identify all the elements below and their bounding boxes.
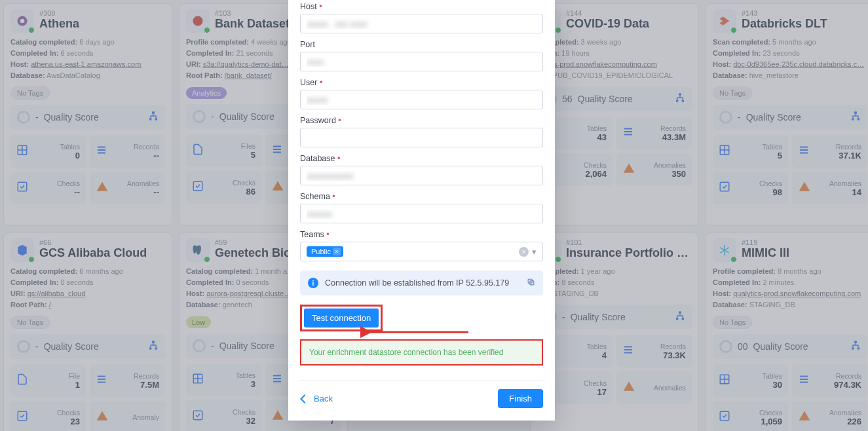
password-input[interactable] [300,128,543,147]
port-label: Port [300,40,543,49]
ip-info-banner: i Connection will be established from IP… [300,271,543,295]
back-button[interactable]: Back [300,394,333,403]
user-label: User [300,78,543,87]
callout-arrow [360,326,472,339]
chip-remove-icon[interactable]: × [333,248,341,255]
password-label: Password [300,116,543,125]
teams-select[interactable]: Public× ×▾ [300,242,543,261]
test-connection-button[interactable]: Test connection [304,309,379,328]
team-chip[interactable]: Public× [307,246,343,257]
finish-button[interactable]: Finish [498,389,543,408]
database-input[interactable] [300,166,543,185]
copy-icon[interactable] [527,278,535,288]
host-label: Host [300,2,543,11]
database-label: Database [300,154,543,163]
port-input[interactable] [300,52,543,71]
schema-input[interactable] [300,204,543,223]
success-banner: Your enrichment datastore connection has… [300,339,543,365]
chevron-down-icon[interactable]: ▾ [532,247,537,257]
info-icon: i [308,278,318,288]
connection-modal: Host Port User Password Database Schema … [288,0,555,421]
clear-icon[interactable]: × [519,247,529,257]
schema-label: Schema [300,192,543,201]
host-input[interactable] [300,14,543,33]
user-input[interactable] [300,90,543,109]
teams-label: Teams [300,230,543,239]
chevron-left-icon [300,394,306,403]
